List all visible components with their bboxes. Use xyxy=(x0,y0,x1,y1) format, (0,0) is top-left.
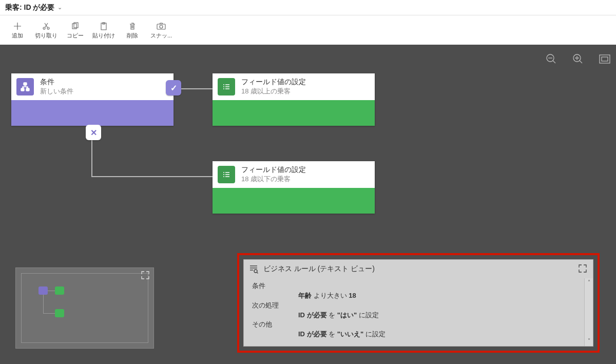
panel-header: ビジネス ルール (テキスト ビュー) xyxy=(244,260,593,278)
tool-label: 追加 xyxy=(12,32,23,40)
node-subtitle: 新しい条件 xyxy=(40,87,73,96)
mini-node xyxy=(55,309,64,317)
svg-rect-11 xyxy=(602,57,608,61)
textview-row: ID が必要 を "はい" に設定 xyxy=(252,311,585,320)
branch-icon xyxy=(16,78,34,95)
tool-label: 貼り付け xyxy=(92,32,115,40)
set-field-yes-node[interactable]: フィールド値の設定 18 歳以上の乗客 xyxy=(213,73,375,126)
window-header: 乗客: ID が必要 ⌄ xyxy=(0,0,616,15)
row-value: 年齢 より大きい 18 xyxy=(298,291,585,301)
expand-icon[interactable] xyxy=(141,271,150,280)
node-text: フィールド値の設定 18 歳以上の乗客 xyxy=(241,78,306,96)
node-header: フィールド値の設定 18 歳以下の乗客 xyxy=(213,161,375,188)
svg-rect-14 xyxy=(26,88,29,91)
row-value xyxy=(298,320,585,330)
add-button[interactable]: 追加 xyxy=(3,17,32,44)
condition-node[interactable]: 条件 新しい条件 ✓ ✕ xyxy=(11,73,174,126)
fit-screen-button[interactable] xyxy=(599,53,611,65)
svg-point-1 xyxy=(47,27,49,29)
page-title: 乗客: ID が必要 xyxy=(5,3,54,12)
copy-button[interactable]: コピー xyxy=(61,17,89,44)
textview-row: 条件 xyxy=(252,281,585,291)
clipboard-icon xyxy=(100,21,108,32)
node-text: 条件 新しい条件 xyxy=(40,78,73,96)
textview-row: ID が必要 を "いいえ" に設定 xyxy=(252,330,585,339)
svg-rect-10 xyxy=(600,55,610,63)
scissors-icon xyxy=(42,21,50,32)
row-value: ID が必要 を "はい" に設定 xyxy=(298,311,585,320)
node-subtitle: 18 歳以下の乗客 xyxy=(241,175,306,184)
row-value: ID が必要 を "いいえ" に設定 xyxy=(298,330,585,339)
node-header: 条件 新しい条件 xyxy=(11,73,174,100)
textview-panel: ビジネス ルール (テキスト ビュー) 条件 年齢 より大きい 18 次 xyxy=(243,259,593,347)
scroll-up-icon[interactable]: ˄ xyxy=(588,279,590,286)
row-label xyxy=(252,330,298,339)
checkmark-badge[interactable]: ✓ xyxy=(166,80,181,95)
node-header: フィールド値の設定 18 歳以上の乗客 xyxy=(213,73,375,100)
row-label: 条件 xyxy=(252,281,298,291)
mini-node xyxy=(38,286,48,295)
svg-point-15 xyxy=(254,270,257,273)
textview-row: 次の処理 xyxy=(252,301,585,311)
tool-label: 切り取り xyxy=(35,32,57,40)
canvas[interactable]: 条件 新しい条件 ✓ ✕ フィールド値の設定 18 歳以上の乗客 フィー xyxy=(0,45,616,364)
mini-connector xyxy=(48,291,55,291)
textview-row: その他 xyxy=(252,320,585,330)
svg-rect-12 xyxy=(24,83,27,85)
minimap[interactable] xyxy=(15,267,154,349)
node-title: 条件 xyxy=(40,78,73,87)
highlight-box: ビジネス ルール (テキスト ビュー) 条件 年齢 より大きい 18 次 xyxy=(237,253,600,353)
row-label: 次の処理 xyxy=(252,301,298,311)
textview-row: 年齢 より大きい 18 xyxy=(252,291,585,301)
node-text: フィールド値の設定 18 歳以下の乗客 xyxy=(241,165,306,184)
svg-point-7 xyxy=(160,25,163,28)
svg-rect-13 xyxy=(21,88,24,91)
node-body xyxy=(11,100,174,126)
node-title: フィールド値の設定 xyxy=(241,78,306,87)
svg-point-0 xyxy=(43,27,45,29)
node-title: フィールド値の設定 xyxy=(241,165,306,175)
panel-body: 条件 年齢 より大きい 18 次の処理 ID が必要 を "はい" に xyxy=(244,278,593,346)
tool-label: 削除 xyxy=(127,32,138,40)
tool-label: コピー xyxy=(67,32,84,40)
set-field-no-node[interactable]: フィールド値の設定 18 歳以下の乗客 xyxy=(213,161,375,214)
toolbar: 追加 切り取り コピー 貼り付け 削除 スナッ... xyxy=(0,15,616,45)
camera-icon xyxy=(157,21,166,32)
mini-connector xyxy=(43,295,44,313)
row-label: その他 xyxy=(252,320,298,330)
mini-connector xyxy=(43,313,55,314)
paste-button[interactable]: 貼り付け xyxy=(89,17,118,44)
cut-button[interactable]: 切り取り xyxy=(32,17,61,44)
zoom-out-button[interactable] xyxy=(545,53,557,65)
minimap-viewport xyxy=(21,273,148,343)
chevron-down-icon[interactable]: ⌄ xyxy=(57,4,62,11)
canvas-controls xyxy=(545,53,611,65)
list-icon xyxy=(218,166,235,183)
trash-icon xyxy=(128,21,137,32)
delete-button[interactable]: 削除 xyxy=(118,17,147,44)
row-value xyxy=(298,301,585,311)
textview-icon xyxy=(249,264,258,274)
scroll-down-icon[interactable]: ˅ xyxy=(588,338,590,345)
row-label xyxy=(252,291,298,301)
copy-icon xyxy=(71,21,79,32)
expand-icon[interactable] xyxy=(579,264,588,274)
list-icon xyxy=(218,78,235,95)
node-body xyxy=(213,100,375,126)
tool-label: スナッ... xyxy=(150,32,172,40)
scrollbar[interactable]: ˄ ˅ xyxy=(584,278,593,346)
row-value xyxy=(298,281,585,291)
panel-title: ビジネス ルール (テキスト ビュー) xyxy=(263,264,375,274)
plus-icon xyxy=(13,21,22,32)
node-body xyxy=(213,188,375,214)
cross-badge[interactable]: ✕ xyxy=(86,125,101,140)
connector xyxy=(91,176,213,177)
node-subtitle: 18 歳以上の乗客 xyxy=(241,87,306,96)
zoom-in-button[interactable] xyxy=(572,53,584,65)
row-label xyxy=(252,311,298,320)
snapshot-button[interactable]: スナッ... xyxy=(147,17,176,44)
mini-node xyxy=(55,286,64,295)
